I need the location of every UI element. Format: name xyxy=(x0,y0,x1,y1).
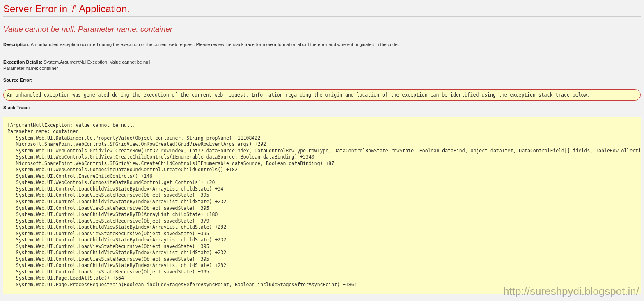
page-title: Server Error in '/' Application. xyxy=(3,3,641,15)
stack-trace-box: [ArgumentNullException: Value cannot be … xyxy=(3,117,641,294)
title-divider xyxy=(3,16,641,17)
description-section: Description: An unhandled exception occu… xyxy=(3,41,641,48)
exception-details-section: Exception Details: System.ArgumentNullEx… xyxy=(3,53,641,72)
description-text: An unhandled exception occurred during t… xyxy=(30,42,399,47)
source-error-box: An unhandled exception was generated dur… xyxy=(3,89,641,101)
source-error-label: Source Error: xyxy=(3,78,32,83)
stack-trace-section: Stack Trace: xyxy=(3,105,641,111)
error-subheading: Value cannot be null. Parameter name: co… xyxy=(3,24,641,34)
description-label: Description: xyxy=(3,42,30,47)
stack-trace-label: Stack Trace: xyxy=(3,105,30,110)
exception-details-label: Exception Details: xyxy=(3,60,42,64)
source-error-section: Source Error: xyxy=(3,77,641,83)
